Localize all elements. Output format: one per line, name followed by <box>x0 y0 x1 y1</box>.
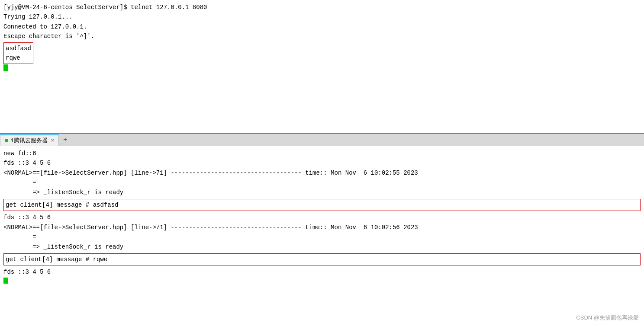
terminal-line-1: [yjy@VM-24-6-centos SelectServer]$ telne… <box>3 3 641 12</box>
bottom-terminal-panel: new fd::6 fds ::3 4 5 6 <NORMAL>==[file-… <box>0 146 644 326</box>
bt-line-7: <NORMAL>==[file->SelectServer.hpp] [line… <box>3 223 641 232</box>
tab-bar: 1腾讯云服务器 ✕ + <box>0 134 644 146</box>
tab-add-button[interactable]: + <box>59 134 72 146</box>
tab-label: 1腾讯云服务器 <box>10 137 48 144</box>
tab-server[interactable]: 1腾讯云服务器 ✕ <box>0 134 59 146</box>
bt-line-4: = <box>3 178 641 187</box>
bt-red-line-2: get client[4] message # rqwe <box>6 256 107 263</box>
bt-line-6: fds ::3 4 5 6 <box>3 213 641 222</box>
bottom-red-box-2: get client[4] message # rqwe <box>3 253 641 265</box>
bt-line-1: new fd::6 <box>3 149 641 158</box>
top-input-red-box: asdfasd rqwe <box>3 42 33 64</box>
top-terminal-panel: [yjy@VM-24-6-centos SelectServer]$ telne… <box>0 0 644 134</box>
csdn-watermark: CSDN @先搞面包再谈爱 <box>576 314 639 322</box>
bt-last-line: fds ::3 4 5 6 <box>3 267 641 277</box>
tab-active-dot <box>5 139 8 142</box>
terminal-cursor-top <box>3 64 8 71</box>
bt-red-line-1: get client[4] message # asdfasd <box>6 201 118 208</box>
bt-line-5: => _listenSock_r is ready <box>3 188 641 197</box>
bt-line-2: fds ::3 4 5 6 <box>3 158 641 168</box>
bt-line-9: => _listenSock_r is ready <box>3 242 641 252</box>
terminal-cursor-bottom <box>3 278 8 284</box>
bottom-section: 1腾讯云服务器 ✕ + new fd::6 fds ::3 4 5 6 <NOR… <box>0 134 644 326</box>
bt-line-8: = <box>3 232 641 242</box>
top-red-line-1: asdfasd <box>6 44 31 53</box>
top-red-line-2: rqwe <box>6 53 31 63</box>
terminal-line-2: Trying 127.0.0.1... <box>3 12 641 22</box>
bt-line-3: <NORMAL>==[file->SelectServer.hpp] [line… <box>3 168 641 178</box>
terminal-line-3: Connected to 127.0.0.1. <box>3 22 641 32</box>
terminal-line-4: Escape character is '^]'. <box>3 32 641 41</box>
bottom-red-box-1: get client[4] message # asdfasd <box>3 199 641 211</box>
tab-close-icon[interactable]: ✕ <box>51 137 54 144</box>
